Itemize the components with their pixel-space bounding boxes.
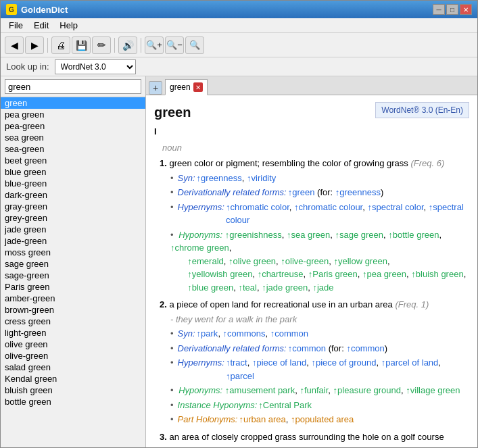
syn-link[interactable]: ↑park <box>197 328 218 339</box>
hypo-link[interactable]: ↑greenishness <box>225 230 282 240</box>
hyper-line-2: • Hypernyms: ↑tract, ↑piece of land, ↑pi… <box>170 356 469 382</box>
hyper-link[interactable]: ↑chromatic colour <box>294 202 362 212</box>
hypo-link[interactable]: ↑pea green <box>362 269 406 279</box>
list-item[interactable]: pea-green <box>1 120 145 132</box>
hypo-link[interactable]: ↑bluish green <box>411 269 463 279</box>
close-button[interactable]: ✕ <box>460 4 472 15</box>
hypo-link[interactable]: ↑yellow green <box>333 256 387 266</box>
tabs-bar: + green ✕ <box>146 76 477 95</box>
list-item[interactable]: grey-green <box>1 212 145 224</box>
save-button[interactable]: 💾 <box>72 36 91 54</box>
hypo-link[interactable]: ↑emerald <box>187 256 223 266</box>
hypo-link[interactable]: ↑jade <box>312 282 333 293</box>
hyper-link[interactable]: ↑piece of land <box>252 357 306 368</box>
list-item[interactable]: jade-green <box>1 235 145 247</box>
deriv-link[interactable]: ↑common <box>346 343 384 353</box>
list-item[interactable]: jade green <box>1 224 145 235</box>
syn-link[interactable]: ↑viridity <box>247 173 276 183</box>
hypo-link[interactable]: ↑chartreuse <box>258 269 304 279</box>
instance-label-2: Instance Hyponyms: <box>178 399 258 412</box>
tab-green[interactable]: green ✕ <box>165 79 208 95</box>
deriv-link[interactable]: ↑green <box>288 187 315 197</box>
list-item[interactable]: blue-green <box>1 178 145 189</box>
list-item[interactable]: dark-green <box>1 189 145 201</box>
list-item[interactable]: cress green <box>1 316 145 327</box>
minimize-button[interactable]: ─ <box>433 4 445 15</box>
hypo-link[interactable]: ↑pleasure ground <box>333 385 401 395</box>
syn-link[interactable]: ↑common <box>270 328 308 339</box>
partholo-link[interactable]: ↑populated area <box>291 414 354 424</box>
syn-link[interactable]: ↑greenness <box>197 173 242 183</box>
back-button[interactable]: ◀ <box>5 36 24 54</box>
hyper-link[interactable]: ↑parcel of land <box>381 357 439 368</box>
list-item[interactable]: gray-green <box>1 201 145 212</box>
add-tab-button[interactable]: + <box>149 81 162 95</box>
def-text-1: green color or pigment; resembling the c… <box>169 158 410 168</box>
content-scroll[interactable]: WordNet® 3.0 (En-En) green I noun 1. gre… <box>146 95 477 447</box>
hypo-link[interactable]: ↑olive-green <box>281 256 329 266</box>
menu-edit[interactable]: Edit <box>28 19 54 32</box>
hypo-link[interactable]: ↑Paris green <box>308 269 358 279</box>
example-line-2: - they went for a walk in the park <box>170 313 469 326</box>
hyper-link[interactable]: ↑tract <box>226 357 247 368</box>
hyper-link[interactable]: ↑spectral color <box>367 202 423 212</box>
hyper-link[interactable]: ↑chromatic color <box>226 202 289 212</box>
list-item[interactable]: light-green <box>1 327 145 339</box>
hypo-link[interactable]: ↑funfair <box>300 385 328 395</box>
deriv-link[interactable]: ↑greenness <box>335 187 381 197</box>
forward-button[interactable]: ▶ <box>25 36 44 54</box>
bullet-3: • <box>170 201 174 214</box>
list-item[interactable]: Paris green <box>1 281 145 293</box>
hypo-link[interactable]: ↑village green <box>406 385 460 395</box>
hypo-link[interactable]: ↑amusement park <box>225 385 295 395</box>
list-item[interactable]: Kendal green <box>1 373 145 384</box>
bullet-7: • <box>170 356 174 370</box>
search-input[interactable] <box>5 79 141 94</box>
list-item[interactable]: salad green <box>1 362 145 373</box>
instance-link-central-park[interactable]: ↑Central Park <box>258 400 312 410</box>
zoom-out-button[interactable]: 🔍− <box>165 36 184 54</box>
list-item[interactable]: blue green <box>1 166 145 178</box>
list-item[interactable]: bottle green <box>1 396 145 407</box>
list-item[interactable]: amber-green <box>1 293 145 304</box>
hypo-link[interactable]: ↑sage green <box>335 230 383 240</box>
list-item[interactable]: pea green <box>1 109 145 120</box>
hyper-link[interactable]: ↑piece of ground <box>311 357 376 368</box>
scan-button[interactable]: 🔍 <box>185 36 204 54</box>
syn-link[interactable]: ↑commons <box>223 328 266 339</box>
menu-file[interactable]: File <box>3 19 28 32</box>
tab-close-button[interactable]: ✕ <box>193 82 203 92</box>
list-item[interactable]: green <box>1 97 145 109</box>
list-item[interactable]: olive-green <box>1 350 145 362</box>
list-item[interactable]: sage green <box>1 258 145 270</box>
print-button[interactable]: 🖨 <box>51 36 70 54</box>
def-num-1: 1. <box>160 158 167 168</box>
list-item[interactable]: brown-green <box>1 304 145 316</box>
hypo-link[interactable]: ↑chrome green <box>170 243 229 253</box>
zoom-in-button[interactable]: 🔍+ <box>145 36 164 54</box>
hypo-link[interactable]: ↑sea green <box>287 230 330 240</box>
def-num-3: 3. <box>160 432 167 442</box>
deriv-label-2: Derivationally related forms: <box>178 342 287 355</box>
lookup-select[interactable]: WordNet 3.0 Wikipedia Wiktionary <box>55 59 136 74</box>
hypo-link[interactable]: ↑blue green <box>187 282 233 293</box>
list-item[interactable]: beet green <box>1 155 145 166</box>
audio-button[interactable]: 🔊 <box>118 36 137 54</box>
edit-button[interactable]: ✏ <box>92 36 111 54</box>
list-item[interactable]: moss green <box>1 247 145 258</box>
list-item[interactable]: sea-green <box>1 143 145 155</box>
list-item[interactable]: sea green <box>1 132 145 143</box>
list-item[interactable]: sage-green <box>1 270 145 281</box>
hypo-link[interactable]: ↑teal <box>238 282 256 293</box>
list-item[interactable]: olive green <box>1 339 145 350</box>
hypo-link[interactable]: ↑jade green <box>262 282 308 293</box>
hypo-link[interactable]: ↑bottle green <box>388 230 439 240</box>
hyper-link[interactable]: ↑parcel <box>226 371 254 381</box>
deriv-link[interactable]: ↑common <box>288 343 326 353</box>
list-item[interactable]: bluish green <box>1 384 145 396</box>
maximize-button[interactable]: □ <box>446 4 458 15</box>
menu-help[interactable]: Help <box>54 19 83 32</box>
partholo-link[interactable]: ↑urban area <box>239 414 285 424</box>
hypo-link[interactable]: ↑yellowish green <box>187 269 252 279</box>
hypo-link[interactable]: ↑olive green <box>229 256 276 266</box>
